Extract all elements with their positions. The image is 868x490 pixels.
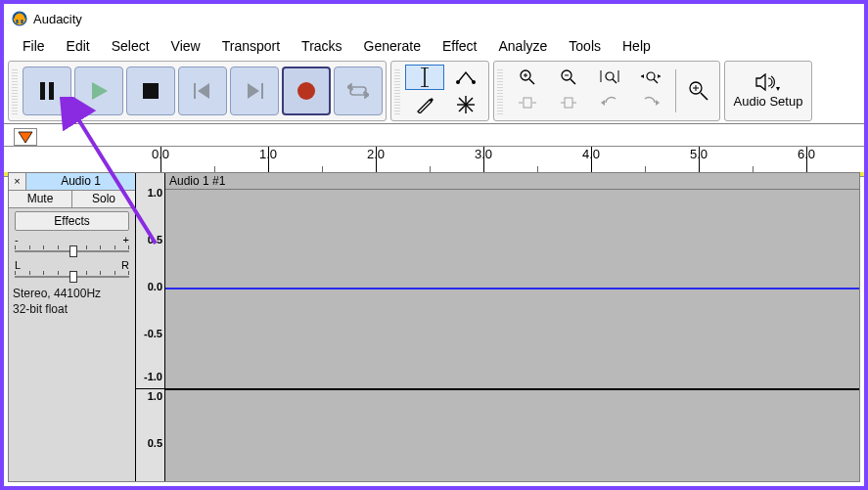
zoom-out-button[interactable] <box>549 65 588 90</box>
mute-button[interactable]: Mute <box>9 191 72 207</box>
svg-marker-11 <box>365 92 369 98</box>
clip-label[interactable]: Audio 1 #1 <box>165 173 859 190</box>
stop-button[interactable] <box>126 67 175 115</box>
svg-point-28 <box>606 72 614 80</box>
toolbar-grip[interactable] <box>394 67 400 114</box>
amplitude-scale: 1.0 0.5 0.0 -0.5 -1.0 1.0 0.5 <box>136 173 165 481</box>
svg-line-33 <box>654 79 658 83</box>
svg-marker-3 <box>92 82 108 100</box>
app-title: Audacity <box>33 12 82 26</box>
fit-selection-button[interactable] <box>590 65 629 90</box>
svg-rect-1 <box>40 82 45 100</box>
edit-toolbar <box>493 61 720 121</box>
timeline-ruler[interactable]: 0.0 1.0 2.0 3.0 4.0 5.0 6.0 <box>4 146 864 173</box>
tick-label: 2.0 <box>367 147 385 161</box>
menu-view[interactable]: View <box>160 35 211 57</box>
solo-button[interactable]: Solo <box>72 191 135 207</box>
toolbar-grip[interactable] <box>12 67 18 114</box>
track-name-dropdown[interactable]: Audio 1 <box>26 173 135 190</box>
audio-setup-button[interactable]: Audio Setup <box>724 61 812 121</box>
svg-marker-6 <box>198 83 209 99</box>
svg-marker-10 <box>347 84 351 90</box>
svg-marker-50 <box>756 74 765 90</box>
svg-rect-8 <box>261 83 263 99</box>
svg-rect-38 <box>524 98 531 108</box>
menu-analyze[interactable]: Analyze <box>488 35 559 57</box>
svg-point-16 <box>472 80 476 84</box>
svg-marker-37 <box>658 74 661 78</box>
waveform-canvas[interactable] <box>165 190 859 481</box>
track-bitdepth-info: 32-bit float <box>9 302 135 316</box>
effects-button[interactable]: Effects <box>15 211 129 231</box>
menu-effect[interactable]: Effect <box>432 35 488 57</box>
app-icon <box>12 11 27 26</box>
gain-slider[interactable]: -+ <box>15 234 129 257</box>
menu-help[interactable]: Help <box>612 35 662 57</box>
svg-marker-7 <box>248 83 259 99</box>
tick-label: 6.0 <box>798 147 815 161</box>
svg-point-9 <box>297 82 315 100</box>
loop-button[interactable] <box>334 67 383 115</box>
track-area: × Audio 1 Mute Solo Effects -+ LR Stereo… <box>8 172 860 482</box>
tick-label: 5.0 <box>690 147 708 161</box>
timeline-pin-row <box>4 124 864 146</box>
svg-marker-35 <box>641 74 644 78</box>
pan-slider[interactable]: LR <box>15 259 129 283</box>
toolbar-row: Audio Setup <box>4 59 864 124</box>
tools-toolbar <box>390 61 489 121</box>
zoom-in-button[interactable] <box>508 65 547 90</box>
svg-line-22 <box>529 79 534 84</box>
tick-label: 1.0 <box>259 147 277 161</box>
svg-point-15 <box>456 80 460 84</box>
transport-toolbar <box>8 61 387 121</box>
speaker-icon <box>754 73 782 94</box>
svg-line-47 <box>701 93 708 100</box>
play-button[interactable] <box>74 67 123 115</box>
pause-button[interactable] <box>23 67 71 115</box>
svg-point-32 <box>647 72 655 80</box>
svg-marker-52 <box>19 132 32 143</box>
svg-marker-51 <box>776 87 780 91</box>
svg-rect-4 <box>143 83 159 99</box>
svg-line-29 <box>613 79 617 83</box>
tick-label: 3.0 <box>475 147 492 161</box>
menu-edit[interactable]: Edit <box>56 35 101 57</box>
close-track-button[interactable]: × <box>9 173 26 190</box>
menu-transport[interactable]: Transport <box>211 35 291 57</box>
selection-tool[interactable] <box>405 65 444 90</box>
svg-marker-44 <box>601 100 605 106</box>
undo-button[interactable] <box>590 92 629 117</box>
svg-rect-5 <box>194 83 196 99</box>
menu-file[interactable]: File <box>12 35 56 57</box>
menubar: File Edit Select View Transport Tracks G… <box>4 33 864 59</box>
record-button[interactable] <box>282 67 331 115</box>
svg-marker-45 <box>656 100 660 106</box>
svg-point-0 <box>13 12 26 25</box>
audio-setup-label: Audio Setup <box>734 94 803 109</box>
menu-tools[interactable]: Tools <box>558 35 612 57</box>
zoom-toggle-button[interactable] <box>681 66 716 116</box>
menu-tracks[interactable]: Tracks <box>291 35 352 57</box>
draw-tool[interactable] <box>405 92 444 117</box>
redo-button[interactable] <box>631 92 670 117</box>
track-control-panel: × Audio 1 Mute Solo Effects -+ LR Stereo… <box>9 173 136 481</box>
toolbar-grip[interactable] <box>497 67 503 114</box>
tick-label: 0.0 <box>152 147 169 161</box>
playhead-pin[interactable] <box>14 128 37 146</box>
silence-button[interactable] <box>549 92 588 117</box>
svg-rect-42 <box>565 98 572 108</box>
waveform-area[interactable]: Audio 1 #1 <box>165 173 859 481</box>
menu-select[interactable]: Select <box>101 35 160 57</box>
svg-line-26 <box>571 79 575 84</box>
menu-generate[interactable]: Generate <box>353 35 432 57</box>
skip-start-button[interactable] <box>178 67 227 115</box>
tick-label: 4.0 <box>582 147 600 161</box>
svg-rect-2 <box>49 82 54 100</box>
skip-end-button[interactable] <box>230 67 279 115</box>
track-format-info: Stereo, 44100Hz <box>9 285 135 302</box>
fit-project-button[interactable] <box>631 65 670 90</box>
envelope-tool[interactable] <box>446 65 485 90</box>
multi-tool[interactable] <box>446 92 485 117</box>
trim-button[interactable] <box>508 92 547 117</box>
titlebar: Audacity <box>4 4 864 33</box>
